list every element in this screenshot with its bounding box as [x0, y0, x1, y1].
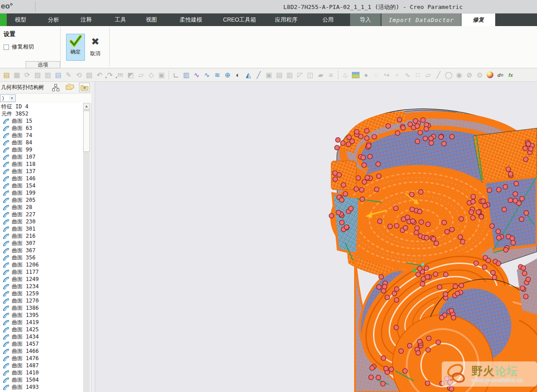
model-properties-icon[interactable]: ▤	[53, 70, 63, 80]
mesh-curve-icon[interactable]: ≋	[213, 70, 222, 80]
folder-star-icon[interactable]: ✳	[79, 83, 90, 92]
tree-item-surface-1476[interactable]: 曲面 1476	[0, 355, 91, 362]
fix-tangency-checkbox[interactable]	[4, 45, 9, 50]
ribbon-tab-3[interactable]: 注释	[72, 13, 100, 26]
tree-item-surface-1249[interactable]: 曲面 1249	[0, 276, 91, 283]
tree-item-surface-15[interactable]: 曲面 15	[0, 117, 91, 125]
tree-item-surface-230[interactable]: 曲面 230	[0, 218, 91, 225]
tree-item-surface-1504[interactable]: 曲面 1504	[0, 376, 91, 383]
copy-icon[interactable]: ▣	[264, 70, 274, 80]
ribbon-tab-9[interactable]: 公用	[314, 13, 342, 26]
tree-item-surface-307[interactable]: 曲面 307	[0, 240, 91, 247]
ribbon-tab-2[interactable]: 分析	[40, 13, 67, 26]
box-icon[interactable]: ▱	[136, 70, 146, 80]
select-box-icon[interactable]: ▫	[392, 70, 402, 80]
measure-icon[interactable]: ╱	[254, 70, 263, 80]
corner-trim-icon[interactable]: ◸	[295, 70, 305, 80]
paste-special-icon[interactable]: ▥	[285, 70, 294, 80]
tree-item-surface-1395[interactable]: 曲面 1395	[0, 312, 91, 319]
dihedral-angle-icon[interactable]: ∿	[202, 70, 212, 80]
save-icon[interactable]: ▦	[12, 70, 22, 80]
regen-report-icon[interactable]: ⟲	[74, 70, 84, 80]
regenerate-icon[interactable]: ⟳	[22, 70, 32, 80]
appearance-gallery-icon[interactable]	[485, 70, 495, 80]
tree-item-surface-356[interactable]: 曲面 356	[0, 254, 91, 261]
options-group-tab[interactable]: 选项	[26, 61, 60, 68]
tree-item-surface-301[interactable]: 曲面 301	[0, 225, 91, 232]
relations-icon[interactable]: d=	[496, 70, 505, 80]
tree-item-component[interactable]: 元件 3852	[0, 110, 91, 117]
ribbon-tab-11[interactable]: Import DataDoctor	[382, 13, 461, 26]
message-log-icon[interactable]: ✉	[115, 70, 125, 80]
cancel-button[interactable]: ✖ 取消	[87, 35, 104, 60]
tree-item-surface-1419[interactable]: 曲面 1419	[0, 319, 91, 326]
ribbon-tab-5[interactable]: 视图	[138, 13, 165, 26]
tree-item-surface-146[interactable]: 曲面 146	[0, 175, 91, 182]
export-icon[interactable]: ▧	[84, 70, 94, 80]
graph-tool-icon[interactable]: ∟	[171, 70, 181, 80]
edit-icon[interactable]: ✎	[64, 70, 73, 80]
curve-display-icon[interactable]: ∿	[403, 70, 412, 80]
sphere-display-icon[interactable]: ◯	[444, 70, 453, 80]
fix-tangency-checkbox-row[interactable]: 修复相切	[4, 43, 34, 51]
redo-icon[interactable]: ↷▾	[105, 70, 115, 80]
saved-view-icon[interactable]: ◉	[454, 70, 464, 80]
polygon-icon[interactable]: ◇	[146, 70, 156, 80]
mesh-surface-icon[interactable]: ⊕	[223, 70, 232, 80]
panel-splitter[interactable]	[91, 82, 95, 392]
parameters-icon[interactable]: fx	[506, 70, 515, 80]
wireframe-cube-icon[interactable]: ▣	[157, 70, 166, 80]
bend-solid-icon[interactable]: ◩	[126, 70, 135, 80]
image-render-icon[interactable]	[351, 70, 360, 80]
tree-item-surface-1493[interactable]: 曲面 1493	[0, 383, 91, 391]
tree-item-surface-1487[interactable]: 曲面 1487	[0, 362, 91, 369]
tree-item-surface-28[interactable]: 曲面 28	[0, 204, 91, 211]
tree-item-surface-63[interactable]: 曲面 63	[0, 125, 91, 132]
ribbon-tab-8[interactable]: 应用程序	[266, 13, 306, 26]
chevron-down-icon[interactable]: ▼	[9, 95, 15, 101]
3d-viewport[interactable]: 野火论坛 www.proewildfire.cn	[95, 82, 537, 392]
solidify-icon[interactable]: ▰	[316, 70, 325, 80]
axis-display-icon[interactable]: ╱	[434, 70, 443, 80]
file-menu-button[interactable]	[0, 13, 7, 26]
tree-item-surface-107[interactable]: 曲面 107	[0, 153, 91, 160]
tree-item-surface-1206[interactable]: 曲面 1206	[0, 261, 91, 268]
tree-item-surface-1434[interactable]: 曲面 1434	[0, 333, 91, 340]
draft-check-icon[interactable]: ◭	[244, 70, 253, 80]
undo-icon[interactable]: ↶▾	[95, 70, 104, 80]
ribbon-tab-7[interactable]: CREO工具箱	[215, 13, 264, 26]
tree-item-surface-216[interactable]: 曲面 216	[0, 232, 91, 240]
plane-display-icon[interactable]: ▱	[423, 70, 433, 80]
ribbon-tab-4[interactable]: 工具	[107, 13, 134, 26]
ribbon-tab-1[interactable]: 模型	[7, 13, 35, 26]
scrollbar-thumb[interactable]	[83, 111, 90, 152]
reorient-icon[interactable]: ↪	[382, 70, 391, 80]
tree-item-surface-205[interactable]: 曲面 205	[0, 196, 91, 204]
feature-order-icon[interactable]: ≡	[326, 70, 336, 80]
tree-item-surface-1177[interactable]: 曲面 1177	[0, 268, 91, 276]
tree-item-surface-1259[interactable]: 曲面 1259	[0, 290, 91, 297]
tree-item-surface-1466[interactable]: 曲面 1466	[0, 347, 91, 355]
tree-item-surface-1386[interactable]: 曲面 1386	[0, 304, 91, 312]
render-sphere-icon[interactable]: ●	[361, 70, 371, 80]
tree-item-surface-74[interactable]: 曲面 74	[0, 132, 91, 139]
tree-scrollbar[interactable]: ▲	[83, 103, 90, 392]
tree-item-surface-199[interactable]: 曲面 199	[0, 189, 91, 196]
tree-item-surface-118[interactable]: 曲面 118	[0, 160, 91, 168]
show-icon[interactable]: ⊙	[475, 70, 484, 80]
tree-item-surface-99[interactable]: 曲面 99	[0, 146, 91, 153]
open-file-icon[interactable]: ▤	[2, 70, 11, 80]
geometry-tree-list[interactable]: 特征 ID 4元件 3852曲面 15曲面 63曲面 74曲面 84曲面 99曲…	[0, 103, 91, 392]
tree-item-surface-154[interactable]: 曲面 154	[0, 182, 91, 189]
ribbon-tab-6[interactable]: 柔性建模	[169, 13, 213, 26]
ribbon-tab-12[interactable]: 修复	[462, 13, 495, 26]
tree-item-surface-84[interactable]: 曲面 84	[0, 139, 91, 146]
tree-item-surface-137[interactable]: 曲面 137	[0, 168, 91, 175]
tree-item-surface-367[interactable]: 曲面 367	[0, 247, 91, 254]
tree-filter-dropdown[interactable]: ) ▼	[0, 94, 16, 102]
render-scene-icon[interactable]: ♨	[341, 70, 350, 80]
ok-button[interactable]: 确定	[66, 34, 85, 61]
point-display-icon[interactable]: ∷	[413, 70, 422, 80]
reflection-analysis-icon[interactable]: ◐	[233, 70, 243, 80]
tree-item-surface-1234[interactable]: 曲面 1234	[0, 283, 91, 290]
